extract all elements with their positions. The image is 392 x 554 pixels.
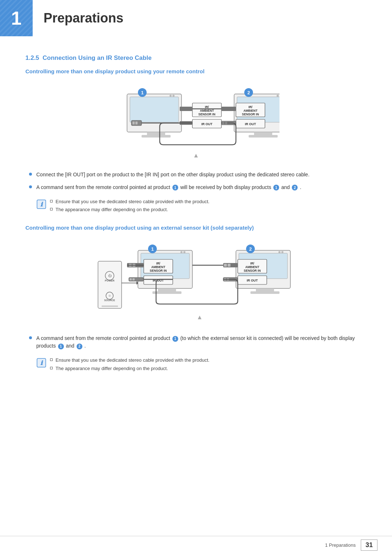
note-lines-2: Ensure that you use the dedicated stereo…	[50, 357, 209, 372]
bullet-list-1: Connect the [IR OUT] port on the product…	[29, 171, 367, 191]
bullet-dot-3	[29, 336, 32, 339]
svg-text:IR OUT: IR OUT	[247, 279, 258, 282]
svg-text:1: 1	[151, 246, 154, 252]
note-icon-1: ℹ	[36, 199, 46, 209]
svg-text:AMBIENT: AMBIENT	[244, 109, 258, 112]
svg-rect-89	[228, 264, 230, 267]
svg-rect-14	[180, 107, 192, 111]
svg-point-55	[183, 251, 185, 253]
bullet-dot-1	[29, 173, 32, 176]
note-line-4: The appearance may differ depending on t…	[50, 365, 209, 372]
svg-rect-71	[130, 278, 132, 280]
badge-inline-6: 2	[77, 344, 82, 349]
subsection2-heading: Controlling more than one display produc…	[25, 225, 367, 231]
page-footer: 1 Preparations 31	[0, 536, 392, 554]
svg-text:2: 2	[247, 90, 250, 95]
svg-rect-88	[224, 264, 227, 267]
svg-point-56	[180, 251, 183, 253]
svg-text:IR/: IR/	[250, 262, 255, 265]
bullet-item-3: A command sent from the remote control p…	[29, 335, 367, 350]
svg-text:IR OUT: IR OUT	[245, 122, 256, 126]
svg-marker-40	[194, 154, 198, 157]
svg-rect-34	[221, 107, 236, 111]
page-header: 1 Preparations	[0, 0, 392, 36]
svg-text:IR/: IR/	[156, 262, 161, 265]
footer-chapter-label: 1 Preparations	[325, 542, 356, 548]
svg-text:IR OUT: IR OUT	[201, 122, 213, 126]
page-number: 31	[361, 539, 377, 551]
note-line-2: The appearance may differ depending on t…	[50, 206, 209, 213]
note-line-3: Ensure that you use the dedicated stereo…	[50, 357, 209, 364]
diagram1-svg: 1 IR/ AMBIENT SENSOR IN IR OUT	[113, 83, 279, 159]
svg-text:SOURCE: SOURCE	[104, 299, 115, 301]
svg-point-23	[277, 95, 279, 97]
chapter-number: 1	[11, 7, 22, 29]
diagram2-svg: ⏻ POWER ◎ SOURCE 1	[94, 239, 298, 323]
bullet-dot-2	[29, 185, 32, 188]
svg-text:2: 2	[249, 246, 252, 252]
main-content: 1.2.5 Connection Using an IR Stereo Cabl…	[0, 36, 392, 404]
svg-rect-78	[250, 291, 279, 294]
badge-inline-3: 2	[292, 185, 298, 190]
svg-rect-58	[152, 291, 181, 294]
svg-text:◎: ◎	[109, 294, 111, 297]
svg-text:SENSOR IN: SENSOR IN	[150, 269, 167, 272]
bullet-item-2: A command sent from the remote control p…	[29, 184, 367, 191]
section-heading: 1.2.5 Connection Using an IR Stereo Cabl…	[25, 54, 367, 62]
chapter-title: Preparations	[44, 11, 123, 26]
svg-rect-18	[132, 122, 135, 124]
svg-text:IR/: IR/	[205, 105, 209, 109]
svg-text:⏻: ⏻	[108, 274, 112, 278]
svg-text:IR/: IR/	[249, 105, 253, 109]
svg-rect-5	[142, 135, 171, 138]
bullet-list-2: A command sent from the remote control p…	[29, 335, 367, 350]
note-lines-1: Ensure that you use the dedicated stereo…	[50, 198, 209, 213]
svg-marker-96	[198, 316, 201, 319]
svg-point-2	[172, 95, 175, 97]
bullet-item-1: Connect the [IR OUT] port on the product…	[29, 171, 367, 178]
svg-point-76	[278, 251, 281, 253]
svg-point-3	[170, 95, 172, 97]
note-line-1: Ensure that you use the dedicated stereo…	[50, 198, 209, 205]
svg-rect-19	[135, 122, 138, 124]
chapter-number-block: 1	[0, 0, 33, 36]
svg-text:AMBIENT: AMBIENT	[151, 265, 166, 269]
badge-inline-4: 1	[172, 336, 178, 342]
badge-inline-2: 1	[273, 185, 279, 190]
svg-text:SENSOR IN: SENSOR IN	[242, 112, 259, 116]
svg-text:1: 1	[141, 90, 143, 95]
svg-text:SENSOR IN: SENSOR IN	[199, 112, 216, 116]
note-box-2: ℹ Ensure that you use the dedicated ster…	[36, 357, 367, 372]
svg-text:POWER: POWER	[105, 279, 114, 282]
diagram2: ⏻ POWER ◎ SOURCE 1	[25, 239, 367, 323]
badge-inline-1: 1	[172, 185, 178, 190]
svg-text:AMBIENT: AMBIENT	[245, 265, 260, 269]
badge-inline-5: 1	[58, 344, 64, 349]
note-box-1: ℹ Ensure that you use the dedicated ster…	[36, 198, 367, 213]
diagram1: 1 IR/ AMBIENT SENSOR IN IR OUT	[25, 83, 367, 159]
svg-text:AMBIENT: AMBIENT	[200, 109, 215, 112]
svg-rect-1	[130, 97, 179, 122]
note-icon-2: ℹ	[36, 358, 46, 368]
svg-text:SENSOR IN: SENSOR IN	[244, 269, 261, 272]
svg-rect-25	[249, 135, 278, 138]
svg-rect-72	[132, 278, 135, 280]
subsection1-heading: Controlling more than one display produc…	[25, 68, 367, 74]
svg-rect-51	[102, 305, 118, 307]
svg-point-75	[281, 251, 283, 253]
